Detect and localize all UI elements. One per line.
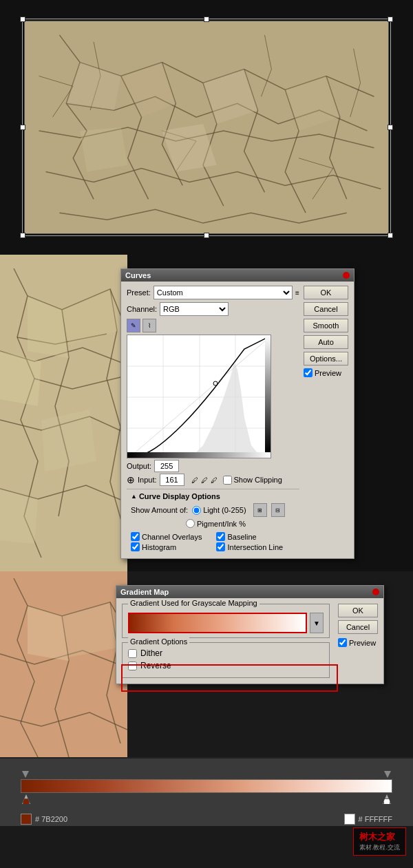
preset-label: Preset: — [127, 288, 151, 297]
svg-rect-22 — [127, 452, 271, 458]
gradient-bar[interactable] — [21, 779, 392, 793]
gradient-map-dialog: Gradient Map OK Cancel Preview Gradient … — [116, 585, 384, 684]
curves-tool-smooth[interactable]: ⌇ — [142, 319, 156, 332]
channel-label: Channel: — [127, 305, 157, 313]
pigment-option-row: Pigment/Ink % — [131, 519, 295, 528]
curves-cancel-button[interactable]: Cancel — [304, 302, 348, 316]
transform-handle-bl[interactable] — [20, 233, 25, 238]
gm-preview-checkbox[interactable] — [338, 638, 347, 647]
image-transform-container[interactable] — [24, 21, 389, 234]
curve-display-arrow[interactable]: ▲ — [131, 493, 137, 500]
channel-overlays-checkbox[interactable] — [131, 532, 140, 541]
input-field[interactable] — [160, 474, 184, 486]
bottom-crack-svg — [0, 571, 127, 764]
eyedropper3-icon[interactable]: 🖊 — [211, 476, 218, 484]
gradient-map-titlebar[interactable]: Gradient Map — [116, 586, 383, 598]
show-amount-row: Show Amount of: Light (0-255) ⊞ ⊟ — [131, 503, 295, 517]
bottom-stops-row — [21, 794, 392, 804]
light-option-row: Light (0-255) — [192, 506, 246, 515]
preset-extra-icon[interactable]: ≡ — [295, 289, 299, 297]
reverse-row[interactable]: Reverse — [128, 661, 324, 670]
output-field[interactable] — [154, 460, 179, 472]
curves-preview-check[interactable]: Preview — [304, 368, 348, 377]
curves-auto-button[interactable]: Auto — [304, 335, 348, 349]
transform-handle-mr[interactable] — [388, 125, 393, 130]
intersection-line-checkbox[interactable] — [216, 542, 225, 551]
baseline-checkbox[interactable] — [216, 532, 225, 541]
curves-titlebar[interactable]: Curves — [121, 269, 354, 282]
show-amount-label: Show Amount of: — [131, 506, 188, 514]
histogram-checkbox[interactable] — [131, 542, 140, 551]
left-color-stop-info: # 7B2200 — [21, 814, 67, 825]
channel-overlays-check[interactable]: Channel Overlays — [131, 532, 209, 541]
curves-graph[interactable] — [127, 335, 271, 458]
gm-preview-check[interactable]: Preview — [338, 638, 378, 647]
bottom-stop-left[interactable] — [22, 794, 30, 804]
left-color-swatch[interactable] — [21, 814, 32, 825]
show-clipping-checkbox[interactable] — [223, 476, 232, 485]
baseline-check[interactable]: Baseline — [216, 532, 295, 541]
curves-options-button[interactable]: Options... — [304, 352, 348, 366]
gm-main-content: Gradient Used for Grayscale Mapping ▼ Gr… — [122, 604, 330, 678]
right-color-stop-info: # FFFFFF — [344, 814, 393, 825]
histogram-label: Histogram — [142, 543, 176, 551]
left-color-hex: # 7B2200 — [35, 815, 67, 823]
pigment-radio[interactable] — [186, 519, 195, 528]
output-label: Output: — [127, 462, 151, 470]
light-radio[interactable] — [192, 506, 201, 515]
curves-close-button[interactable] — [343, 272, 350, 279]
curves-smooth-button[interactable]: Smooth — [304, 319, 348, 332]
right-color-hex: # FFFFFF — [359, 815, 393, 823]
input-label: Input: — [138, 476, 157, 484]
top-stop-right[interactable] — [384, 771, 391, 778]
right-color-swatch[interactable] — [344, 814, 355, 825]
grid-view-icon2[interactable]: ⊟ — [271, 503, 285, 517]
gradient-dropdown-arrow[interactable]: ▼ — [310, 613, 324, 633]
crack-pattern-svg — [25, 21, 388, 233]
eyedropper1-icon[interactable]: 🖊 — [191, 476, 198, 484]
transform-handle-bc[interactable] — [204, 233, 209, 238]
input-row: ⊕ Input: 🖊 🖊 🖊 Show Clipping — [127, 474, 299, 486]
baseline-label: Baseline — [227, 533, 256, 541]
grid-view-icon1[interactable]: ⊞ — [253, 503, 267, 517]
show-clipping-check[interactable]: Show Clipping — [223, 476, 282, 485]
gm-section-title: Gradient Used for Grayscale Mapping — [128, 599, 260, 607]
gm-sidebar-buttons: OK Cancel Preview — [338, 604, 378, 647]
histogram-check[interactable]: Histogram — [131, 542, 209, 551]
preset-select[interactable]: Custom — [153, 286, 293, 299]
dither-row[interactable]: Dither — [128, 648, 324, 658]
gradient-preview[interactable] — [128, 613, 307, 633]
channel-row: Channel: RGB — [127, 302, 299, 316]
curves-preview-checkbox[interactable] — [304, 368, 313, 377]
channel-select[interactable]: RGB — [160, 302, 229, 316]
gm-grayscale-section: Gradient Used for Grayscale Mapping ▼ — [122, 604, 330, 638]
bottom-stop-right[interactable] — [383, 794, 391, 804]
options-grid: Show Amount of: Light (0-255) ⊞ ⊟ Pigmen… — [131, 503, 295, 551]
intersection-line-check[interactable]: Intersection Line — [216, 542, 295, 551]
input-tool-icon[interactable]: ⊕ — [127, 474, 135, 485]
eyedropper2-icon[interactable]: 🖊 — [201, 476, 208, 484]
curves-dialog: Curves Preset: Custom ≡ Channel: RGB ✎ — [120, 268, 354, 559]
gm-ok-button[interactable]: OK — [338, 604, 378, 617]
dither-checkbox[interactable] — [128, 649, 137, 658]
intersection-line-label: Intersection Line — [227, 543, 283, 551]
curves-tool-pencil[interactable]: ✎ — [127, 319, 140, 332]
curve-display-section: ▲ Curve Display Options Show Amount of: … — [127, 489, 299, 554]
color-stop-labels: # 7B2200 # FFFFFF — [21, 814, 392, 825]
channel-overlays-label: Channel Overlays — [142, 533, 202, 541]
reverse-label: Reverse — [140, 661, 171, 670]
top-stop-left[interactable] — [22, 771, 29, 778]
watermark-box: 树木之家 素材.教程.交流 — [353, 827, 406, 856]
pigment-label: Pigment/Ink % — [197, 520, 246, 528]
mid-crack-svg — [0, 255, 127, 571]
curves-dialog-body: Preset: Custom ≡ Channel: RGB ✎ ⌇ — [121, 282, 354, 558]
gm-preview-label: Preview — [349, 639, 376, 647]
reverse-checkbox[interactable] — [128, 661, 137, 670]
transform-handle-br[interactable] — [388, 233, 393, 238]
curves-graph-svg — [127, 335, 271, 458]
curves-ok-button[interactable]: OK — [304, 286, 348, 299]
transform-handle-tr[interactable] — [388, 17, 393, 22]
gm-cancel-button[interactable]: Cancel — [338, 620, 378, 634]
gradient-map-close-button[interactable] — [372, 589, 379, 595]
svg-rect-23 — [265, 335, 271, 452]
